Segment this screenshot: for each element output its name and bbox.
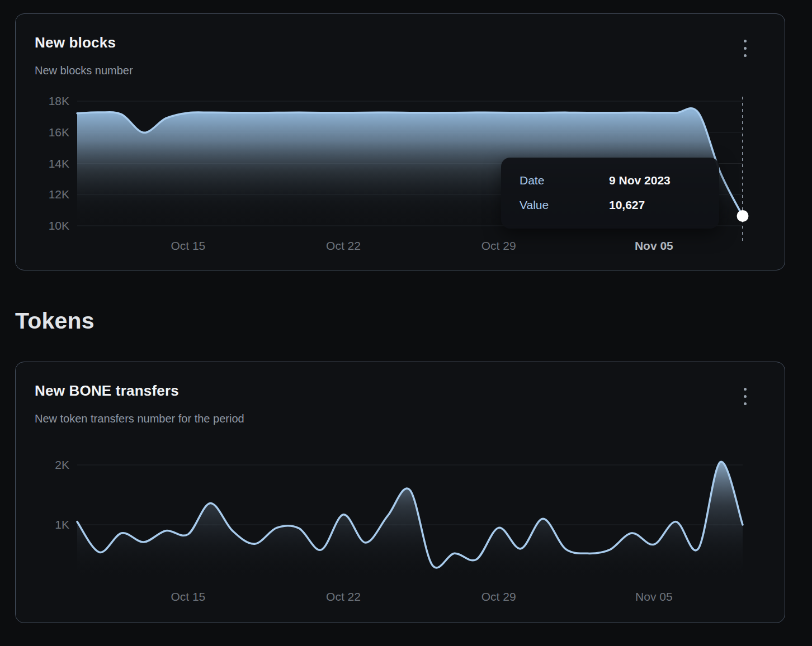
x-tick-label: Oct 15 (171, 239, 205, 252)
x-tick-label: Oct 29 (481, 239, 516, 252)
tooltip-date-label: Date (520, 174, 609, 187)
tooltip-date-value: 9 Nov 2023 (609, 174, 671, 187)
card-subtitle: New blocks number (35, 64, 133, 77)
kebab-dot (744, 40, 747, 42)
x-tick-label: Oct 29 (481, 590, 516, 603)
card-title: New blocks (35, 34, 116, 51)
hover-marker (737, 210, 749, 222)
new-blocks-card: New blocks New blocks number 10K12K14K16… (15, 13, 785, 270)
chart-tooltip: Date 9 Nov 2023 Value 10,627 (501, 158, 719, 229)
kebab-menu-icon[interactable] (735, 36, 754, 60)
kebab-dot (744, 395, 747, 398)
tooltip-date-row: Date 9 Nov 2023 (520, 168, 719, 193)
new-blocks-chart[interactable]: 10K12K14K16K18KOct 15Oct 22Oct 29Nov 05 (16, 14, 785, 270)
kebab-dot (744, 54, 747, 57)
x-tick-label: Nov 05 (635, 239, 673, 252)
x-tick-label: Oct 22 (326, 239, 361, 252)
y-tick-label: 16K (49, 126, 69, 139)
y-tick-label: 1K (55, 518, 69, 531)
y-tick-label: 12K (49, 188, 69, 201)
tooltip-value-row: Value 10,627 (520, 193, 719, 217)
kebab-dot (744, 402, 747, 405)
y-tick-label: 14K (49, 157, 69, 170)
kebab-menu-icon[interactable] (735, 384, 754, 408)
tooltip-value-label: Value (520, 198, 609, 212)
tooltip-value-value: 10,627 (609, 198, 645, 212)
new-bone-transfers-chart[interactable]: 1K2KOct 15Oct 22Oct 29Nov 05 (16, 362, 785, 623)
x-tick-label: Oct 15 (171, 590, 205, 603)
card-title: New BONE transfers (35, 382, 179, 400)
kebab-dot (744, 47, 747, 50)
area-fill (77, 462, 743, 577)
x-tick-label: Oct 22 (326, 590, 361, 603)
new-bone-transfers-card: New BONE transfers New token transfers n… (15, 362, 785, 623)
stats-page: { "page": { "background": "#0c0d0f", "se… (0, 0, 812, 646)
x-tick-label: Nov 05 (635, 590, 673, 603)
y-tick-label: 18K (49, 94, 69, 107)
card-subtitle: New token transfers number for the perio… (35, 412, 244, 425)
section-heading-tokens: Tokens (15, 308, 95, 334)
y-tick-label: 10K (49, 219, 69, 232)
kebab-dot (744, 388, 747, 391)
y-tick-label: 2K (55, 458, 69, 471)
